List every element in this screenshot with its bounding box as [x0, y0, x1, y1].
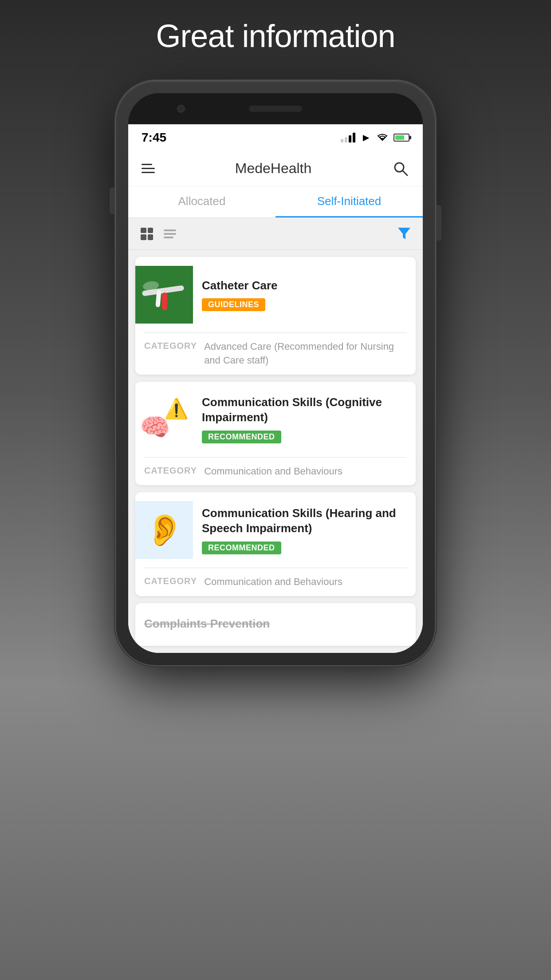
warning-icon: ⚠️	[164, 397, 189, 420]
phone-shell: 7:45 ►︎	[116, 81, 435, 665]
cognitive-category-label: CATEGORY	[144, 465, 197, 476]
card-communication-hearing[interactable]: 👂 Communication Skills (Hearing and Spee…	[135, 492, 416, 596]
hearing-badge: RECOMMENDED	[202, 541, 281, 554]
content: Catheter Care GUIDELINES CATEGORY Advanc…	[128, 250, 423, 653]
hearing-thumbnail: 👂	[135, 501, 193, 559]
svg-line-1	[403, 171, 407, 175]
card-main-cognitive: 🧠 ⚠️ Communication Skills (Cognitive Imp…	[135, 382, 416, 457]
catheter-title: Catheter Care	[202, 278, 407, 293]
view-icons	[139, 226, 178, 242]
tabs: Allocated Self-Initiated	[128, 186, 423, 218]
cognitive-category-value: Communication and Behaviours	[204, 465, 342, 478]
menu-button[interactable]	[142, 164, 155, 173]
wifi-icon: ►︎	[361, 131, 371, 144]
card-communication-cognitive[interactable]: 🧠 ⚠️ Communication Skills (Cognitive Imp…	[135, 382, 416, 486]
hearing-title: Communication Skills (Hearing and Speech…	[202, 506, 407, 536]
wifi-symbol	[377, 133, 388, 142]
catheter-category-value: Advanced Care (Recommended for Nursing a…	[204, 340, 407, 368]
app-header: MedeHealth	[128, 151, 423, 186]
cognitive-badge: RECOMMENDED	[202, 431, 281, 443]
grid-view-button[interactable]	[139, 226, 155, 242]
speaker	[249, 106, 302, 112]
battery-fill	[395, 135, 404, 140]
phone-top-bar	[128, 93, 423, 124]
tab-self-initiated[interactable]: Self-Initiated	[276, 186, 423, 217]
status-icons: ►︎	[341, 131, 409, 144]
status-time: 7:45	[142, 130, 166, 145]
card-main-complaints: Complaints Prevention	[135, 603, 416, 646]
catheter-info: Catheter Care GUIDELINES	[202, 278, 407, 312]
tab-self-initiated-label: Self-Initiated	[317, 194, 382, 208]
svg-marker-2	[398, 228, 410, 239]
filter-button[interactable]	[396, 225, 412, 243]
menu-line-2	[142, 168, 155, 169]
ear-emoji: 👂	[145, 512, 184, 548]
hearing-info: Communication Skills (Hearing and Speech…	[202, 506, 407, 554]
page-headline: Great information	[156, 18, 395, 54]
card-main-hearing: 👂 Communication Skills (Hearing and Spee…	[135, 492, 416, 568]
app-name: MedeHealth	[235, 160, 312, 177]
screen: 7:45 ►︎	[128, 124, 423, 653]
list-view-button[interactable]	[162, 226, 178, 242]
toolbar	[128, 218, 423, 250]
phone-inner: 7:45 ►︎	[128, 93, 423, 653]
list-icon	[164, 228, 176, 240]
battery-icon	[394, 134, 409, 142]
complaints-title: Complaints Prevention	[135, 612, 279, 636]
tab-allocated-label: Allocated	[178, 194, 226, 208]
hearing-category: CATEGORY Communication and Behaviours	[135, 568, 416, 596]
menu-line-3	[142, 172, 155, 173]
catheter-badge: GUIDELINES	[202, 298, 265, 311]
search-button[interactable]	[392, 160, 409, 178]
signal-icon	[341, 133, 355, 142]
cognitive-title: Communication Skills (Cognitive Impairme…	[202, 395, 407, 425]
hearing-category-value: Communication and Behaviours	[204, 575, 342, 589]
catheter-thumbnail	[135, 266, 193, 324]
card-main-catheter: Catheter Care GUIDELINES	[135, 257, 416, 332]
menu-line-1	[142, 164, 152, 165]
hearing-category-label: CATEGORY	[144, 575, 197, 586]
catheter-category-label: CATEGORY	[144, 340, 197, 351]
catheter-category: CATEGORY Advanced Care (Recommended for …	[135, 333, 416, 375]
cognitive-category: CATEGORY Communication and Behaviours	[135, 458, 416, 486]
camera	[177, 105, 185, 113]
card-catheter-care[interactable]: Catheter Care GUIDELINES CATEGORY Advanc…	[135, 257, 416, 375]
card-complaints-partial[interactable]: Complaints Prevention	[135, 603, 416, 646]
svg-rect-4	[162, 292, 167, 310]
grid-icon	[141, 228, 153, 240]
cognitive-info: Communication Skills (Cognitive Impairme…	[202, 395, 407, 443]
cognitive-thumbnail: 🧠 ⚠️	[135, 391, 193, 448]
status-bar: 7:45 ►︎	[128, 124, 423, 151]
tab-allocated[interactable]: Allocated	[128, 186, 276, 217]
